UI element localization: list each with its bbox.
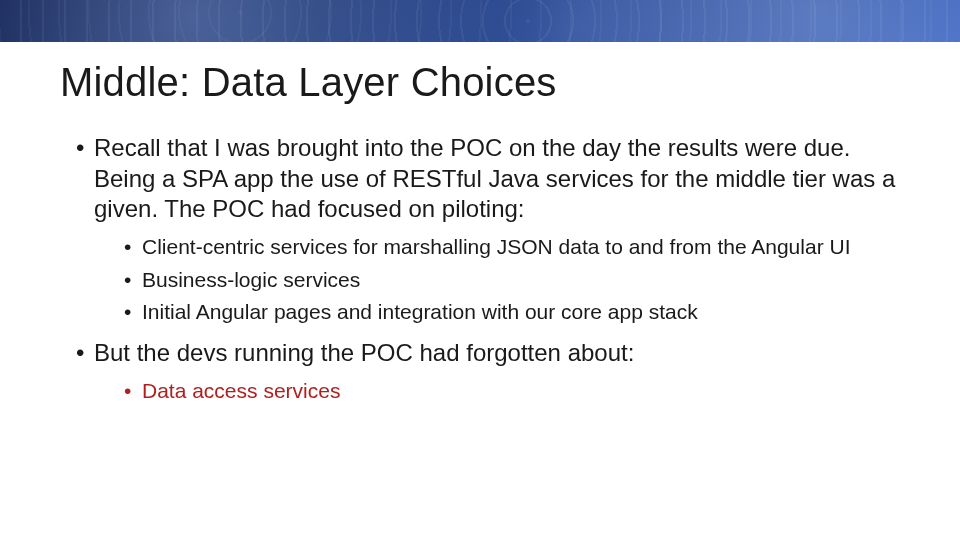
bullet-text: Recall that I was brought into the POC o…: [94, 134, 895, 222]
slide-title: Middle: Data Layer Choices: [60, 60, 900, 105]
sub-bullet-text: Initial Angular pages and integration wi…: [142, 300, 698, 323]
bullet-text: But the devs running the POC had forgott…: [94, 339, 634, 366]
slide-body: Middle: Data Layer Choices Recall that I…: [0, 42, 960, 405]
sub-bullet-list: Client-centric services for marshalling …: [94, 233, 900, 326]
bullet-list: Recall that I was brought into the POC o…: [60, 133, 900, 405]
bullet-item: But the devs running the POC had forgott…: [76, 338, 900, 405]
sub-bullet-item: Initial Angular pages and integration wi…: [124, 298, 900, 326]
sub-bullet-text: Data access services: [142, 379, 340, 402]
sub-bullet-text: Client-centric services for marshalling …: [142, 235, 850, 258]
sub-bullet-item: Business-logic services: [124, 266, 900, 294]
sub-bullet-item: Client-centric services for marshalling …: [124, 233, 900, 261]
sub-bullet-item-emphasis: Data access services: [124, 377, 900, 405]
bullet-item: Recall that I was brought into the POC o…: [76, 133, 900, 326]
sub-bullet-list: Data access services: [94, 377, 900, 405]
slide-banner: [0, 0, 960, 42]
sub-bullet-text: Business-logic services: [142, 268, 360, 291]
